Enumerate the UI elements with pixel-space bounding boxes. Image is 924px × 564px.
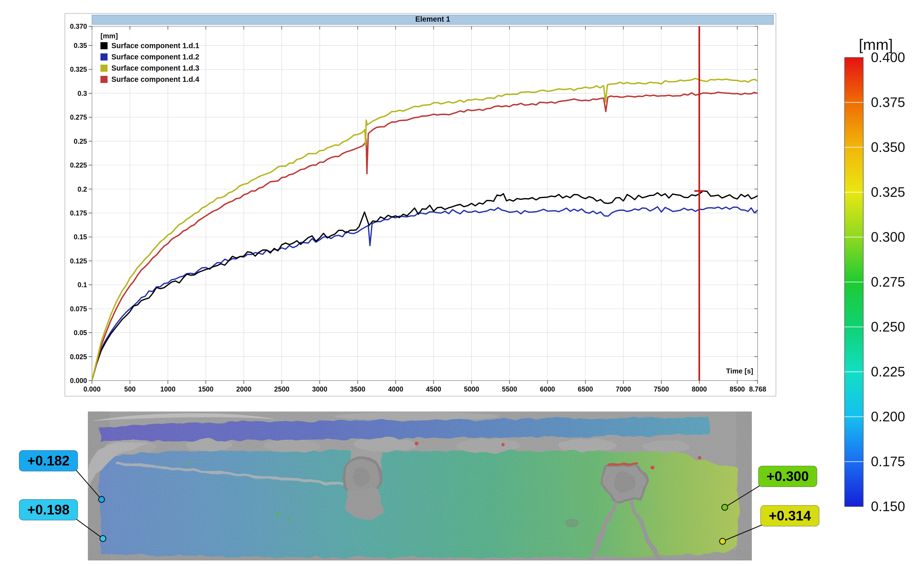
chart-unit-label: [mm] bbox=[100, 32, 118, 40]
time-axis-label: Time [s] bbox=[726, 367, 753, 375]
y-tick-label: 0.2 bbox=[78, 185, 87, 193]
measurement-label: +0.182 bbox=[27, 453, 69, 468]
y-tick-label: 0.075 bbox=[70, 305, 87, 313]
deformation-time-chart[interactable]: 0.00050010001500200025003000350040004500… bbox=[64, 13, 776, 396]
x-tick-label: 5500 bbox=[502, 385, 517, 393]
y-tick-label: 0.125 bbox=[70, 257, 87, 265]
y-tick-label: 0.25 bbox=[74, 138, 87, 145]
x-tick-label: 8500 bbox=[730, 385, 745, 393]
x-tick-label: 2500 bbox=[274, 385, 290, 393]
y-tick-label: 0.325 bbox=[70, 65, 87, 73]
measurement-label: +0.314 bbox=[769, 508, 811, 524]
x-tick-label: 2000 bbox=[236, 385, 252, 393]
x-tick-label: 4500 bbox=[426, 385, 441, 393]
colorbar-tick-label: 0.250 bbox=[871, 319, 905, 334]
x-tick-label: 7000 bbox=[616, 385, 631, 393]
colorbar-tick-label: 0.350 bbox=[871, 140, 905, 155]
legend-label: Surface component 1.d.3 bbox=[111, 64, 199, 72]
y-tick-label: 0.1 bbox=[78, 281, 87, 289]
x-tick-label: 0.000 bbox=[84, 385, 101, 393]
colorbar-tick-label: 0.375 bbox=[871, 95, 905, 110]
y-tick-label: 0.225 bbox=[70, 161, 87, 169]
speckle-texture-light bbox=[88, 411, 752, 561]
measurement-point[interactable] bbox=[100, 536, 106, 542]
x-tick-label: 6500 bbox=[578, 385, 593, 393]
legend-label: Surface component 1.d.1 bbox=[111, 42, 199, 50]
legend-label: Surface component 1.d.4 bbox=[111, 75, 199, 84]
colorbar-tick-label: 0.275 bbox=[871, 274, 905, 290]
x-tick-label: 4000 bbox=[388, 385, 404, 393]
y-tick-label: 0.370 bbox=[70, 22, 87, 30]
x-tick-label: 6000 bbox=[540, 385, 555, 393]
legend-swatch bbox=[100, 76, 108, 83]
chart-title: Element 1 bbox=[415, 15, 450, 23]
measurement-point[interactable] bbox=[722, 504, 728, 510]
measurement-point[interactable] bbox=[720, 538, 726, 544]
legend-swatch bbox=[100, 42, 108, 49]
y-tick-label: 0.275 bbox=[70, 113, 87, 121]
measurement-label: +0.300 bbox=[766, 469, 809, 484]
legend-swatch bbox=[100, 53, 108, 60]
legend-label: Surface component 1.d.2 bbox=[111, 53, 199, 61]
y-tick-label: 0.025 bbox=[70, 353, 87, 361]
x-tick-label: 1000 bbox=[160, 385, 176, 393]
colorbar-tick-label: 0.300 bbox=[871, 230, 905, 245]
x-tick-label: 1500 bbox=[198, 385, 213, 393]
x-tick-label: 8.768 bbox=[749, 385, 766, 393]
colorbar-tick-label: 0.400 bbox=[871, 50, 905, 65]
y-tick-label: 0.3 bbox=[78, 90, 87, 97]
specimen-deformation-view[interactable]: +0.182+0.198+0.300+0.314 bbox=[0, 394, 924, 564]
colorbar-tick-label: 0.225 bbox=[871, 364, 905, 380]
x-tick-label: 8000 bbox=[692, 385, 707, 393]
y-tick-label: 0.000 bbox=[70, 377, 87, 384]
measurement-point[interactable] bbox=[99, 496, 105, 502]
x-tick-label: 7500 bbox=[654, 385, 669, 393]
measurement-label: +0.198 bbox=[27, 502, 69, 518]
x-tick-label: 5000 bbox=[464, 385, 479, 393]
specimen-photo bbox=[88, 411, 752, 561]
x-tick-label: 3000 bbox=[312, 385, 327, 393]
legend-swatch bbox=[100, 64, 108, 72]
y-tick-label: 0.175 bbox=[70, 209, 87, 217]
y-tick-label: 0.35 bbox=[74, 42, 87, 49]
y-tick-label: 0.05 bbox=[74, 329, 87, 336]
x-tick-label: 3500 bbox=[350, 385, 365, 393]
colorbar-tick-label: 0.325 bbox=[871, 184, 905, 200]
x-tick-label: 500 bbox=[124, 385, 136, 393]
application-canvas: 0.00050010001500200025003000350040004500… bbox=[0, 0, 924, 564]
y-tick-label: 0.15 bbox=[74, 233, 87, 241]
